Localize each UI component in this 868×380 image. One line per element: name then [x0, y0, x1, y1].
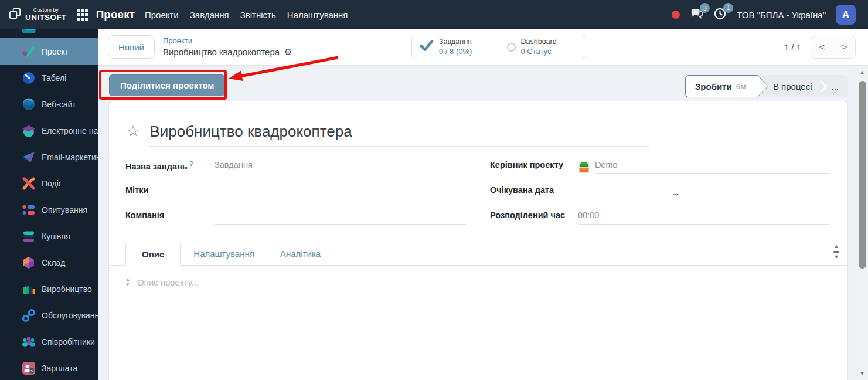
activities-badge: 1	[723, 3, 733, 13]
sidebar-item-manufacturing[interactable]: Виробництво	[0, 276, 98, 302]
record-dot-icon[interactable]	[672, 11, 680, 19]
field-label-allocated-time: Розподілений час	[490, 211, 578, 220]
elearning-cap-icon	[22, 124, 36, 138]
date-from-input[interactable]	[578, 185, 669, 199]
field-label-task-name: Назва завдань?	[125, 160, 215, 171]
stat-label: Dashboard	[521, 38, 557, 47]
sidebar-item-payroll[interactable]: $ Зарплата	[0, 355, 98, 380]
sidebar-item-label: Табелі	[42, 73, 66, 83]
share-project-button[interactable]: Поділитися проектом	[109, 74, 225, 96]
field-label-tags: Мітки	[125, 185, 215, 195]
pager-next-button[interactable]: >	[833, 36, 856, 59]
menu-tasks[interactable]: Завдання	[189, 8, 230, 22]
drag-handle-icon[interactable]: ▲ ▼	[125, 277, 130, 288]
sidebar-item-partial-icon[interactable]	[22, 29, 37, 36]
allocated-time-input[interactable]: 00:00	[578, 211, 830, 225]
menu-settings[interactable]: Налаштування	[286, 8, 349, 22]
sidebar-item-events[interactable]: Події	[0, 170, 98, 196]
sidebar-item-employees[interactable]: Співробітники	[0, 328, 98, 355]
messages-badge: 3	[700, 3, 710, 13]
sidebar-item-label: Опитування	[42, 205, 87, 215]
pager-counter: 1 / 1	[784, 42, 801, 52]
scrollbar-up-icon[interactable]: ▲	[856, 69, 868, 75]
breadcrumb-current: Виробництво квадрокоптера	[163, 46, 280, 58]
topbar-right: 3 1 ТОВ "БПЛА - Україна" A	[672, 5, 868, 25]
sidebar-item-label: Події	[42, 179, 61, 188]
tab-description[interactable]: Опис	[125, 243, 181, 266]
company-switcher[interactable]: ТОВ "БПЛА - Україна"	[737, 10, 826, 20]
circle-status-icon	[507, 43, 516, 52]
project-title-input[interactable]: Виробництво квадрокоптера	[149, 123, 649, 147]
sidebar-item-website[interactable]: Веб-сайт	[0, 91, 98, 117]
timesheet-clock-icon	[22, 71, 36, 85]
current-app-name[interactable]: Проект	[96, 8, 135, 21]
scrollbar-down-icon[interactable]: ▼	[856, 371, 868, 376]
notebook-tabs: Опис Налаштування Аналітика	[109, 242, 847, 266]
breadcrumb-parent-link[interactable]: Проекти	[163, 36, 292, 46]
sidebar-item-inventory[interactable]: Склад	[0, 249, 98, 276]
breadcrumb: Проекти Виробництво квадрокоптера ⚙	[163, 36, 292, 57]
company-input[interactable]	[215, 211, 467, 225]
stat-label: Завдання	[439, 38, 472, 47]
brand-name: UNITSOFT	[25, 13, 67, 22]
sidebar-item-label: Веб-сайт	[42, 100, 76, 109]
stat-value: 0 Статус	[521, 47, 557, 56]
description-editor[interactable]: Опис проекту...	[137, 277, 199, 287]
sidebar-item-timesheets[interactable]: Табелі	[0, 65, 98, 91]
manager-input[interactable]: Demo	[595, 160, 830, 174]
manufacturing-icon	[22, 282, 36, 296]
scroll-down-icon[interactable]: ▼	[834, 255, 839, 260]
sidebar-item-label: Проект	[42, 47, 69, 56]
sidebar-item-label: Співробітники	[42, 337, 95, 347]
stat-button-tasks[interactable]: Завдання 0 / 8 (0%)	[412, 35, 499, 59]
task-name-input[interactable]: Завдання	[215, 160, 467, 174]
help-question-icon[interactable]: ?	[189, 160, 193, 167]
control-panel: Новий Проекти Виробництво квадрокоптера …	[98, 29, 868, 66]
stat-buttons: Завдання 0 / 8 (0%) Dashboard 0 Статус	[411, 35, 586, 59]
tab-analytics[interactable]: Аналітика	[267, 242, 333, 265]
sidebar-item-label: Email-маркетинг	[42, 152, 98, 162]
sidebar-item-surveys[interactable]: Опитування	[0, 196, 98, 223]
employees-icon	[22, 335, 36, 349]
maintenance-link-icon	[22, 308, 36, 323]
menu-projects[interactable]: Проекти	[144, 8, 180, 22]
stage-more[interactable]: ...	[825, 82, 848, 91]
new-button[interactable]: Новий	[108, 35, 155, 59]
scrollbar-thumb[interactable]	[859, 81, 866, 269]
tab-settings[interactable]: Налаштування	[181, 242, 267, 265]
sidebar-item-project[interactable]: Проект	[0, 38, 98, 65]
stat-button-dashboard[interactable]: Dashboard 0 Статус	[499, 35, 586, 59]
pane-scroll-widget[interactable]: ▲ ▼	[833, 244, 839, 260]
purchase-bars-icon	[22, 229, 36, 243]
top-menu: Проекти Завдання Звітність Налаштування	[144, 8, 349, 22]
stage-pipeline: Зробити 6м В процесі ...	[685, 75, 848, 97]
menu-reporting[interactable]: Звітність	[239, 8, 277, 22]
vertical-scrollbar[interactable]: ▲ ▼	[856, 66, 868, 380]
sidebar-item-email-marketing[interactable]: Email-маркетинг	[0, 144, 98, 170]
main-area: Новий Проекти Виробництво квадрокоптера …	[98, 29, 868, 380]
content-area: Поділитися проектом Зробити 6м В процесі…	[98, 66, 856, 380]
pager-prev-button[interactable]: <	[811, 36, 833, 59]
gear-icon[interactable]: ⚙	[284, 48, 292, 56]
user-avatar[interactable]: A	[836, 5, 856, 25]
activities-button[interactable]: 1	[713, 7, 727, 23]
sidebar-item-label: Електронне на...	[42, 126, 98, 135]
favorite-star-icon[interactable]: ☆	[127, 124, 139, 138]
stage-todo[interactable]: Зробити 6м	[685, 75, 758, 97]
scroll-up-icon[interactable]: ▲	[834, 244, 839, 249]
date-to-input[interactable]	[688, 185, 830, 199]
sidebar-item-label: Купівля	[42, 232, 70, 241]
messages-button[interactable]: 3	[690, 7, 703, 22]
sidebar-item-label: Зарплата	[42, 364, 77, 373]
sidebar-item-label: Склад	[42, 258, 66, 267]
stage-label: Зробити	[695, 82, 732, 91]
sidebar-item-purchase[interactable]: Купівля	[0, 223, 98, 249]
apps-grid-icon[interactable]	[77, 9, 88, 21]
field-label-manager: Керівник проекту	[490, 160, 578, 169]
sidebar-item-maintenance[interactable]: Обслуговування	[0, 302, 98, 328]
events-ribbons-icon	[22, 177, 36, 191]
sidebar-item-elearning[interactable]: Електронне на...	[0, 117, 98, 144]
tags-input[interactable]	[215, 185, 467, 199]
unitsoft-logo[interactable]: Custom by UNITSOFT	[9, 8, 67, 22]
chat-bubbles-icon	[690, 12, 703, 22]
